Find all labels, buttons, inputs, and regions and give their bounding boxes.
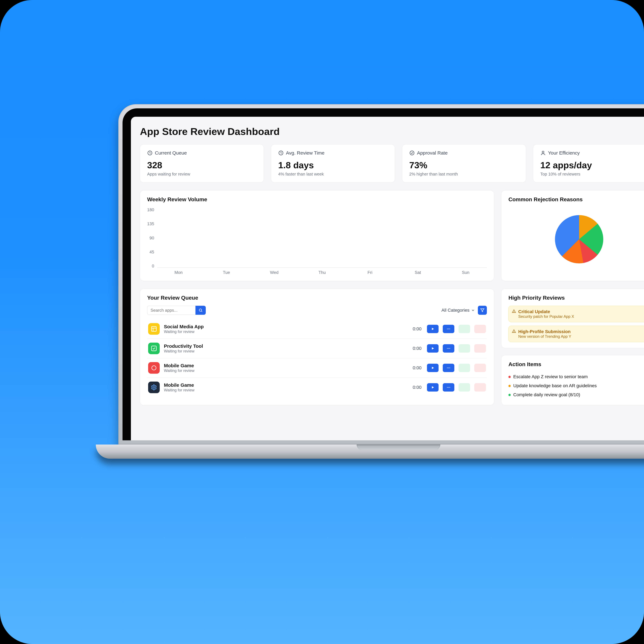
- page-title: App Store Review Dashboard: [140, 126, 644, 137]
- priority-alert[interactable]: High-Profile Submission New version of T…: [508, 326, 644, 342]
- approve-button[interactable]: [459, 344, 470, 353]
- more-icon: [446, 385, 451, 389]
- reject-button[interactable]: [474, 325, 486, 333]
- app-name: Mobile Game: [164, 363, 409, 368]
- category-select[interactable]: All Categories: [441, 308, 475, 313]
- queue-row: Mobile Game Waiting for review 0:00: [147, 358, 487, 378]
- bar-label: Fri: [368, 270, 372, 275]
- queue-row: Productivity Tool Waiting for review 0:0…: [147, 339, 487, 358]
- approve-button[interactable]: [459, 364, 470, 372]
- svg-marker-6: [481, 309, 484, 312]
- svg-point-32: [514, 332, 514, 332]
- stat-label: Approval Rate: [417, 150, 448, 156]
- queue-row: Mobile Game Waiting for review 0:00: [147, 378, 487, 397]
- queue-time: 0:00: [413, 365, 422, 370]
- svg-line-5: [201, 311, 202, 312]
- alert-title: Critical Update: [518, 309, 644, 314]
- laptop-frame: App Store Review Dashboard Current Queue…: [118, 104, 644, 466]
- dashboard-screen: App Store Review Dashboard Current Queue…: [131, 117, 644, 440]
- svg-point-27: [448, 387, 449, 388]
- stat-sub: Apps waiting for review: [147, 172, 257, 177]
- svg-rect-7: [152, 327, 156, 331]
- category-select-label: All Categories: [441, 308, 469, 313]
- check-circle-icon: [409, 150, 415, 156]
- svg-point-11: [447, 329, 448, 329]
- app-icon: [148, 362, 160, 374]
- svg-marker-20: [432, 367, 434, 369]
- play-button[interactable]: [427, 383, 439, 392]
- y-tick: 45: [149, 250, 154, 255]
- svg-point-17: [448, 348, 449, 349]
- app-status: Waiting for review: [164, 368, 409, 373]
- action-items-title: Action Items: [508, 361, 644, 367]
- svg-point-21: [447, 368, 448, 368]
- svg-marker-25: [432, 386, 434, 389]
- stat-label: Your Efficiency: [548, 150, 580, 156]
- stat-label: Avg. Review Time: [286, 150, 325, 156]
- weekly-volume-title: Weekly Review Volume: [147, 196, 487, 203]
- person-icon: [540, 150, 546, 156]
- bar-label: Sat: [415, 270, 421, 275]
- svg-point-30: [514, 312, 514, 312]
- play-button[interactable]: [427, 364, 439, 372]
- action-item: Escalate App Z review to senior team: [508, 372, 644, 381]
- more-button[interactable]: [443, 344, 454, 353]
- app-status: Waiting for review: [164, 388, 409, 392]
- more-button[interactable]: [443, 364, 454, 372]
- stat-value: 1.8 days: [278, 160, 388, 170]
- stat-value: 328: [147, 160, 257, 170]
- more-button[interactable]: [443, 383, 454, 392]
- more-icon: [446, 346, 451, 350]
- app-name: Mobile Game: [164, 382, 409, 388]
- stat-label: Current Queue: [155, 150, 187, 156]
- app-icon: [148, 323, 160, 335]
- priority-alert[interactable]: Critical Update Security patch for Popul…: [508, 306, 644, 322]
- alert-sub: Security patch for Popular App X: [518, 314, 644, 319]
- bar-label: Tue: [223, 270, 230, 275]
- svg-point-23: [449, 368, 450, 368]
- bar-label: Mon: [175, 270, 183, 275]
- approve-button[interactable]: [459, 383, 470, 392]
- clock-icon: [147, 150, 153, 156]
- svg-point-28: [449, 387, 450, 388]
- app-status: Waiting for review: [164, 349, 409, 353]
- review-queue-card: Your Review Queue All: [140, 289, 494, 405]
- stat-card: Approval Rate 73% 2% higher than last mo…: [402, 144, 526, 183]
- svg-point-3: [542, 151, 544, 153]
- reject-button[interactable]: [474, 383, 486, 392]
- stat-value: 73%: [409, 160, 519, 170]
- svg-rect-14: [152, 346, 156, 351]
- stat-sub: 2% higher than last month: [409, 172, 519, 177]
- bar-label: Wed: [270, 270, 279, 275]
- svg-marker-10: [432, 328, 434, 330]
- more-button[interactable]: [443, 325, 454, 333]
- stat-sub: 4% faster than last week: [278, 172, 388, 177]
- search-button[interactable]: [195, 306, 206, 315]
- warning-icon: [512, 329, 516, 333]
- play-icon: [431, 386, 435, 389]
- stat-card: Current Queue 328 Apps waiting for revie…: [140, 144, 264, 183]
- y-tick: 135: [147, 221, 154, 226]
- app-name: Productivity Tool: [164, 343, 409, 349]
- svg-point-2: [410, 151, 414, 155]
- action-items-card: Action Items Escalate App Z review to se…: [501, 355, 644, 405]
- queue-time: 0:00: [413, 326, 422, 331]
- filter-button[interactable]: [478, 306, 487, 315]
- svg-point-12: [448, 329, 449, 329]
- action-item: Update knowledge base on AR guidelines: [508, 381, 644, 390]
- play-button[interactable]: [427, 325, 439, 333]
- y-tick: 0: [152, 264, 154, 269]
- stat-card: Avg. Review Time 1.8 days 4% faster than…: [271, 144, 395, 183]
- warning-icon: [512, 309, 516, 313]
- approve-button[interactable]: [459, 325, 470, 333]
- svg-point-19: [152, 366, 156, 370]
- stat-value: 12 apps/day: [540, 160, 644, 170]
- svg-point-4: [199, 309, 202, 311]
- app-name: Social Media App: [164, 324, 409, 329]
- play-button[interactable]: [427, 344, 439, 353]
- high-priority-title: High Priority Reviews: [508, 295, 644, 301]
- reject-button[interactable]: [474, 344, 486, 353]
- search-input[interactable]: [147, 306, 195, 315]
- reject-button[interactable]: [474, 364, 486, 372]
- rejection-reasons-card: Common Rejection Reasons: [501, 190, 644, 281]
